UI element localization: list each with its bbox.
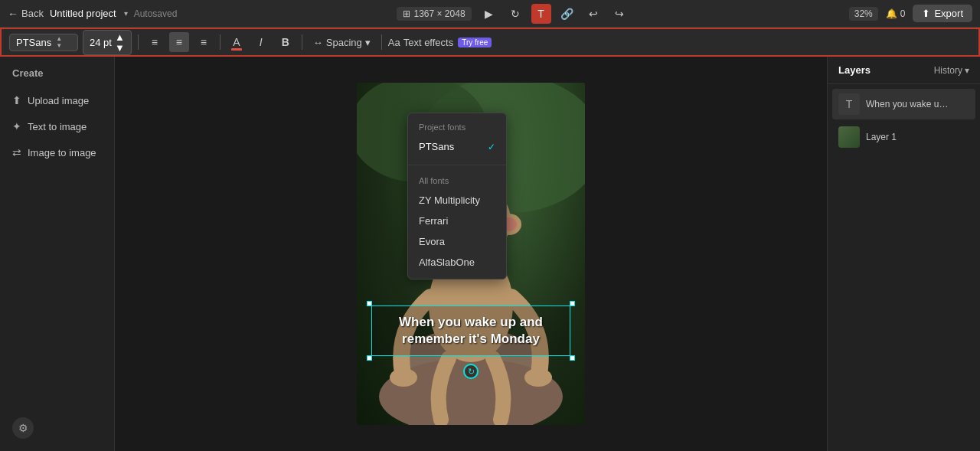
bold-button[interactable]: B xyxy=(276,32,296,52)
toolbar-divider-2 xyxy=(220,34,220,50)
top-bar-center: ⊞ 1367 × 2048 ▶ ↻ T 🔗 ↩ ↪ xyxy=(186,4,839,24)
sidebar-image-to-image-button[interactable]: ⇄ Image to image xyxy=(5,140,109,165)
toolbar-divider-1 xyxy=(138,34,139,50)
align-center-button[interactable]: ≡ xyxy=(169,32,189,52)
project-fonts-label: Project fonts xyxy=(408,119,506,136)
sidebar-bottom: ⚙ xyxy=(5,411,109,445)
export-label: Export xyxy=(934,8,963,19)
layer-item-image[interactable]: Layer 1 xyxy=(832,122,975,152)
font-dropdown-divider xyxy=(408,165,506,165)
sidebar-text-to-image-button[interactable]: ✦ Text to image xyxy=(5,114,109,139)
font-ptsans-label: PTSans xyxy=(419,141,454,152)
text-effects-button[interactable]: Aa Text effects xyxy=(388,37,453,48)
canvas-icon: ⊞ xyxy=(403,8,410,19)
project-dropdown-icon[interactable]: ▾ xyxy=(124,9,128,18)
notification-icon: 🔔 xyxy=(886,8,897,19)
zoom-level: 32% xyxy=(849,7,878,21)
svg-point-26 xyxy=(524,368,552,387)
dimensions-value: 1367 × 2048 xyxy=(413,8,465,19)
layer-image-thumbnail xyxy=(838,126,860,148)
color-swatch xyxy=(231,48,242,51)
export-button[interactable]: ⬆ Export xyxy=(913,5,972,22)
autosaved-label: Autosaved xyxy=(134,8,178,19)
spacing-icon: ↔ xyxy=(313,37,323,48)
font-arrows-icon: ▲ ▼ xyxy=(56,36,62,49)
font-dropdown[interactable]: Project fonts PTSans ✓ All fonts ZY Mult… xyxy=(407,113,507,279)
text-effects-label: Text effects xyxy=(403,37,454,48)
spacing-arrow-icon: ▾ xyxy=(365,37,371,48)
layer-item-text[interactable]: T When you wake up ... xyxy=(832,89,975,119)
notification-button[interactable]: 🔔 0 xyxy=(886,8,906,19)
layers-title: Layers xyxy=(838,64,871,76)
history-button[interactable]: History ▾ xyxy=(934,65,969,76)
top-bar-right: 32% 🔔 0 ⬆ Export xyxy=(849,5,972,22)
font-size-value: 24 pt xyxy=(90,37,112,48)
back-button[interactable]: ← Back xyxy=(8,8,44,20)
italic-button[interactable]: I xyxy=(251,32,271,52)
upload-image-label: Upload image xyxy=(28,95,89,106)
sidebar: Create ⬆ Upload image ✦ Text to image ⇄ … xyxy=(0,57,115,451)
play-button[interactable]: ▶ xyxy=(479,4,499,24)
project-fonts-section: Project fonts PTSans ✓ xyxy=(408,113,506,163)
layer-thumb xyxy=(838,126,860,148)
try-free-badge[interactable]: Try free xyxy=(458,38,492,47)
font-item-evora[interactable]: Evora xyxy=(408,231,506,252)
spacing-button[interactable]: ↔ Spacing ▾ xyxy=(309,35,375,50)
layer-text-icon: T xyxy=(838,93,860,115)
export-icon: ⬆ xyxy=(922,8,930,19)
history-label: History xyxy=(934,65,962,76)
layers-header: Layers History ▾ xyxy=(828,57,980,84)
dimensions-badge: ⊞ 1367 × 2048 xyxy=(397,7,471,21)
font-item-ptsans[interactable]: PTSans ✓ xyxy=(408,136,506,157)
back-arrow-icon: ← xyxy=(8,8,18,20)
create-label: Create xyxy=(5,63,109,87)
top-bar-left: ← Back Untitled project ▾ Autosaved xyxy=(8,8,177,20)
sidebar-upload-image-button[interactable]: ⬆ Upload image xyxy=(5,88,109,113)
spacing-label: Spacing xyxy=(326,37,362,48)
text-toolbar: PTSans ▲ ▼ 24 pt ▲ ▼ ≡ ≡ ≡ A I B ↔ Spaci… xyxy=(0,28,980,57)
main-layout: Create ⬆ Upload image ✦ Text to image ⇄ … xyxy=(0,57,980,451)
font-item-multiplicity[interactable]: ZY Multiplicity xyxy=(408,190,506,211)
check-icon: ✓ xyxy=(488,142,495,152)
font-item-alfaslabone[interactable]: AlfaSlabOne xyxy=(408,252,506,273)
svg-point-25 xyxy=(390,368,417,387)
all-fonts-label: All fonts xyxy=(408,173,506,190)
text-overlay[interactable]: When you wake up and remember it's Monda… xyxy=(371,306,570,356)
text-to-image-icon: ✦ xyxy=(12,120,21,132)
top-bar: ← Back Untitled project ▾ Autosaved ⊞ 13… xyxy=(0,0,980,28)
undo-button[interactable]: ↩ xyxy=(583,4,603,24)
redo-button[interactable]: ↪ xyxy=(609,4,629,24)
align-left-button[interactable]: ≡ xyxy=(145,32,165,52)
font-selector[interactable]: PTSans ▲ ▼ xyxy=(9,34,78,51)
settings-button[interactable]: ⚙ xyxy=(12,417,34,439)
layer-image-label: Layer 1 xyxy=(866,132,897,142)
font-multiplicity-label: ZY Multiplicity xyxy=(419,194,480,206)
font-name-label: PTSans xyxy=(16,37,51,48)
font-evora-label: Evora xyxy=(419,236,445,247)
font-item-ferrari[interactable]: Ferrari xyxy=(408,211,506,231)
back-label: Back xyxy=(21,8,44,19)
all-fonts-section: All fonts ZY Multiplicity Ferrari Evora … xyxy=(408,167,506,279)
layers-panel: Layers History ▾ T When you wake up ... … xyxy=(827,57,980,451)
image-to-image-icon: ⇄ xyxy=(12,146,21,159)
toolbar-actions: ▶ ↻ T 🔗 ↩ ↪ xyxy=(479,4,629,24)
canvas-area[interactable]: Project fonts PTSans ✓ All fonts ZY Mult… xyxy=(115,57,827,451)
align-right-button[interactable]: ≡ xyxy=(194,32,214,52)
text-tool-button[interactable]: T xyxy=(531,4,551,24)
history-arrow-icon: ▾ xyxy=(965,65,969,76)
canvas-text: When you wake up and remember it's Monda… xyxy=(383,314,559,348)
link-button[interactable]: 🔗 xyxy=(557,4,577,24)
font-alfaslabone-label: AlfaSlabOne xyxy=(419,257,475,268)
font-ferrari-label: Ferrari xyxy=(419,215,448,227)
upload-icon: ⬆ xyxy=(12,94,21,106)
notification-count: 0 xyxy=(900,8,906,19)
layers-list: T When you wake up ... Layer 1 xyxy=(828,84,980,157)
text-to-image-label: Text to image xyxy=(28,121,87,132)
rotate-handle[interactable]: ↻ xyxy=(463,364,479,379)
text-color-button[interactable]: A xyxy=(227,32,247,52)
refresh-button[interactable]: ↻ xyxy=(505,4,525,24)
toolbar-divider-4 xyxy=(381,34,382,50)
image-to-image-label: Image to image xyxy=(28,147,96,159)
font-size-selector[interactable]: 24 pt ▲ ▼ xyxy=(83,30,132,55)
text-color-icon: A xyxy=(233,36,240,48)
